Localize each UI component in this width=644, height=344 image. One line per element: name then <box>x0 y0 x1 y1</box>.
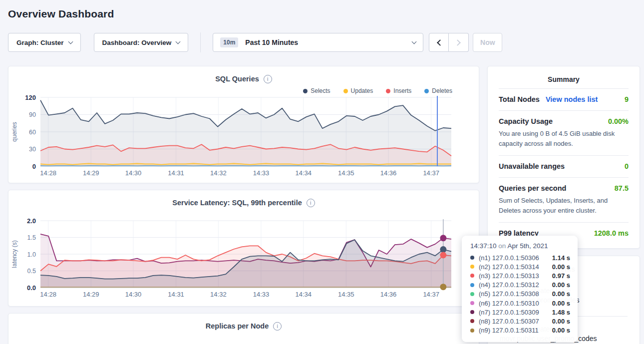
series-color-dot <box>470 292 474 296</box>
time-range-label: Past 10 Minutes <box>245 38 298 46</box>
graph-dropdown-label: Graph: Cluster <box>16 39 64 46</box>
toolbar: Graph: Cluster Dashboard: Overview 10m P… <box>8 33 636 52</box>
time-range-dropdown[interactable]: 10m Past 10 Minutes <box>213 33 423 52</box>
tooltip-node-value: 1.48 s <box>552 309 570 316</box>
svg-text:1.5: 1.5 <box>27 234 36 241</box>
legend-label: Inserts <box>393 87 411 94</box>
series-color-dot <box>470 329 474 333</box>
summary-row-queries-per-second: Queries per second 87.5 Sum of Selects, … <box>499 177 629 222</box>
legend-item-selects[interactable]: Selects <box>303 86 330 95</box>
svg-text:14:29: 14:29 <box>83 291 99 298</box>
legend-label: Updates <box>351 87 373 94</box>
time-step-buttons <box>429 33 469 52</box>
summary-label: Unavailable ranges <box>499 162 565 170</box>
chevron-down-icon <box>176 39 181 44</box>
summary-panel: Summary Total Nodes View nodes list 9 Ca… <box>487 66 640 249</box>
service-latency-title: Service Latency: SQL, 99th percentile <box>172 199 302 207</box>
tooltip-node-label: (n7) 127.0.0.1:50309 <box>479 309 539 316</box>
tooltip-node-label: (n9) 127.0.0.1:50311 <box>479 327 539 334</box>
summary-header: Summary <box>499 73 629 88</box>
summary-label: Capacity Usage <box>499 117 553 125</box>
summary-description: Sum of Selects, Updates, Inserts, and De… <box>499 196 629 215</box>
tooltip-node-row: (n4) 127.0.0.1:503120.00 s <box>470 281 570 290</box>
svg-text:0.5: 0.5 <box>27 268 36 275</box>
charts-column: SQL Queries i SelectsUpdatesInsertsDelet… <box>8 66 479 344</box>
sql-queries-card: SQL Queries i SelectsUpdatesInsertsDelet… <box>8 66 479 183</box>
legend-item-updates[interactable]: Updates <box>343 86 373 95</box>
tooltip-node-value: 0.00 s <box>552 300 570 307</box>
series-color-dot <box>470 274 474 278</box>
svg-text:14:33: 14:33 <box>253 169 270 177</box>
svg-text:2.0: 2.0 <box>27 217 36 225</box>
svg-text:14:37: 14:37 <box>423 291 439 298</box>
summary-label: Queries per second <box>499 184 566 192</box>
svg-text:14:36: 14:36 <box>380 291 397 298</box>
summary-value: 0 <box>625 162 629 170</box>
svg-text:14:34: 14:34 <box>295 291 312 298</box>
summary-value: 0.00% <box>608 117 629 125</box>
tooltip-node-row: (n5) 127.0.0.1:503080.00 s <box>470 290 570 299</box>
tooltip-timestamp: 14:37:10 on Apr 5th, 2021 <box>470 242 570 250</box>
svg-text:1.0: 1.0 <box>27 251 36 258</box>
legend-dot <box>424 89 429 93</box>
chart-hover-tooltip: 14:37:10 on Apr 5th, 2021 (n1) 127.0.0.1… <box>462 236 578 342</box>
legend-dot <box>303 89 308 93</box>
sql-queries-title: SQL Queries <box>215 75 259 83</box>
svg-text:0.0: 0.0 <box>27 284 36 292</box>
replicas-per-node-title: Replicas per Node <box>206 322 269 330</box>
tooltip-node-value: 0.00 s <box>552 263 570 271</box>
chevron-right-icon <box>454 39 461 46</box>
series-color-dot <box>470 310 474 314</box>
tooltip-node-label: (n2) 127.0.0.1:50314 <box>479 263 539 271</box>
svg-text:14:29: 14:29 <box>83 169 99 177</box>
tooltip-node-value: 0.00 s <box>552 318 570 325</box>
legend-item-deletes[interactable]: Deletes <box>424 86 452 95</box>
sql-queries-legend: SelectsUpdatesInsertsDeletes <box>8 86 479 95</box>
chevron-down-icon <box>412 39 417 44</box>
info-icon[interactable]: i <box>307 199 315 207</box>
series-color-dot <box>470 301 474 305</box>
legend-label: Selects <box>311 87 330 94</box>
dashboard-dropdown-label: Dashboard: Overview <box>102 39 172 46</box>
tooltip-node-row: (n7) 127.0.0.1:503091.48 s <box>470 308 570 317</box>
series-color-dot <box>470 265 474 269</box>
svg-text:60: 60 <box>29 129 36 136</box>
service-latency-chart[interactable]: 0.00.51.01.52.014:2814:2914:3014:3114:32… <box>8 209 479 305</box>
tooltip-node-label: (n8) 127.0.0.1:50307 <box>479 318 539 325</box>
summary-row-total-nodes: Total Nodes View nodes list 9 <box>499 88 629 110</box>
svg-text:14:32: 14:32 <box>210 169 227 177</box>
graph-dropdown[interactable]: Graph: Cluster <box>8 33 81 52</box>
tooltip-node-label: (n4) 127.0.0.1:50312 <box>479 281 539 289</box>
tooltip-node-label: (n1) 127.0.0.1:50306 <box>479 254 539 262</box>
dashboard-dropdown[interactable]: Dashboard: Overview <box>94 33 189 52</box>
series-color-dot <box>470 256 474 260</box>
tooltip-node-row: (n2) 127.0.0.1:503140.00 s <box>470 262 570 271</box>
view-nodes-list-link[interactable]: View nodes list <box>546 95 598 103</box>
tooltip-node-row: (n9) 127.0.0.1:503110.00 s <box>470 326 570 335</box>
sql-queries-chart[interactable]: 030609012014:2814:2914:3014:3114:3214:33… <box>8 95 479 181</box>
legend-item-inserts[interactable]: Inserts <box>386 86 411 95</box>
replicas-per-node-card: Replicas per Node i <box>8 313 479 344</box>
tooltip-node-value: 1.14 s <box>552 254 570 262</box>
info-icon[interactable]: i <box>273 322 282 331</box>
summary-value: 9 <box>625 95 629 103</box>
legend-label: Deletes <box>432 87 452 94</box>
svg-text:30: 30 <box>29 146 36 153</box>
svg-text:14:33: 14:33 <box>253 291 270 298</box>
now-button[interactable]: Now <box>473 33 502 52</box>
summary-row-capacity-usage: Capacity Usage 0.00% You are using 0 B o… <box>499 110 629 155</box>
tooltip-node-label: (n3) 127.0.0.1:50313 <box>479 272 539 280</box>
time-prev-button[interactable] <box>429 33 449 52</box>
time-next-button[interactable] <box>449 33 469 52</box>
svg-text:14:28: 14:28 <box>40 169 56 177</box>
tooltip-node-value: 0.97 s <box>552 272 570 280</box>
series-color-dot <box>470 283 474 287</box>
info-icon[interactable]: i <box>264 75 272 83</box>
chevron-left-icon <box>437 39 443 46</box>
tooltip-node-label: (n6) 127.0.0.1:50310 <box>479 300 539 307</box>
page-title: Overview Dashboard <box>0 0 644 20</box>
legend-dot <box>386 89 390 93</box>
svg-text:14:32: 14:32 <box>210 291 227 298</box>
series-color-dot <box>470 319 474 323</box>
tooltip-node-value: 0.00 s <box>552 290 570 298</box>
